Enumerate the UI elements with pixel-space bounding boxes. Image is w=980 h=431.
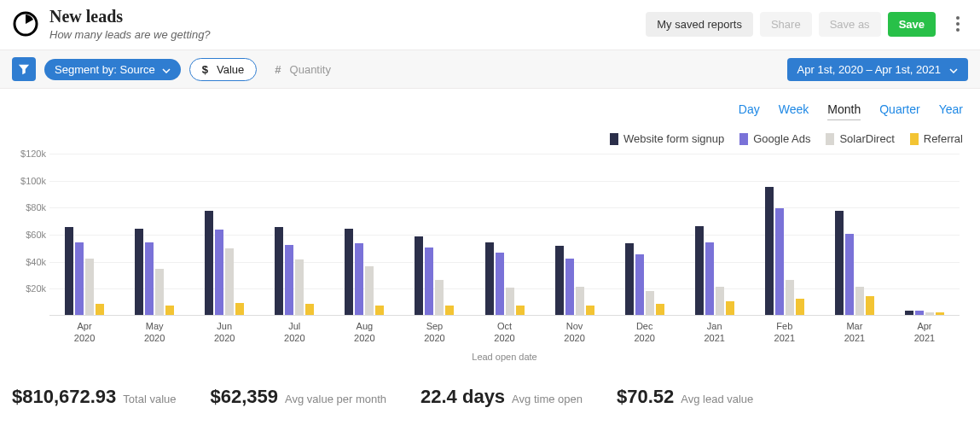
bar[interactable] (786, 280, 794, 315)
bar[interactable] (275, 227, 283, 315)
bar[interactable] (145, 242, 154, 316)
legend-item[interactable]: Google Ads (739, 132, 810, 145)
bar[interactable] (765, 187, 774, 315)
x-tick-label: Jul2020 (259, 321, 329, 345)
bar[interactable] (576, 287, 584, 315)
bar[interactable] (506, 288, 514, 315)
summary-stats: $810,672.93Total value$62,359Avg value p… (0, 377, 980, 418)
bar[interactable] (435, 280, 444, 315)
x-axis-labels: Apr2020May2020Jun2020Jul2020Aug2020Sep20… (49, 321, 960, 345)
bar[interactable] (96, 304, 104, 315)
period-week[interactable]: Week (779, 102, 809, 120)
bar[interactable] (345, 229, 353, 315)
save-as-button[interactable]: Save as (819, 12, 881, 37)
bar[interactable] (716, 287, 724, 315)
bar[interactable] (225, 248, 234, 315)
bar[interactable] (485, 242, 494, 316)
bar[interactable] (235, 303, 244, 315)
segment-by-dropdown[interactable]: Segment by: Source (44, 59, 181, 80)
legend-item[interactable]: Website form signup (610, 132, 724, 145)
bar[interactable] (165, 306, 174, 315)
bar[interactable] (355, 243, 363, 315)
bar[interactable] (635, 254, 644, 315)
y-tick-label: $100k (20, 176, 46, 186)
bar[interactable] (135, 229, 143, 315)
summary-stat: $810,672.93Total value (12, 386, 177, 408)
bar[interactable] (625, 243, 634, 315)
x-tick-label: Jan2021 (680, 321, 750, 345)
period-tabs: Day Week Month Quarter Year (12, 89, 968, 129)
bar-group (259, 154, 329, 315)
bar-group (49, 154, 119, 315)
period-month[interactable]: Month (827, 102, 861, 120)
bar[interactable] (565, 259, 574, 316)
y-tick-label: $80k (26, 202, 46, 213)
bar[interactable] (365, 266, 374, 315)
bar[interactable] (205, 211, 213, 315)
bar[interactable] (695, 226, 704, 316)
bar[interactable] (516, 306, 525, 315)
stat-value: $62,359 (211, 386, 279, 408)
bar[interactable] (705, 242, 714, 316)
bar[interactable] (65, 227, 73, 315)
value-label: Value (217, 63, 244, 76)
bar[interactable] (656, 304, 664, 315)
bar-group (890, 154, 960, 315)
x-tick-label: Nov2020 (540, 321, 610, 345)
bar-group (189, 154, 259, 315)
bar[interactable] (925, 312, 934, 315)
bar[interactable] (375, 306, 384, 315)
bar[interactable] (555, 246, 564, 315)
legend-label: Google Ads (753, 132, 810, 145)
period-day[interactable]: Day (739, 102, 760, 120)
bar[interactable] (796, 299, 804, 315)
bar[interactable] (845, 234, 854, 315)
bar[interactable] (415, 236, 423, 315)
x-tick-label: Oct2020 (469, 321, 539, 345)
bar[interactable] (586, 306, 594, 315)
period-year[interactable]: Year (939, 102, 963, 120)
my-saved-reports-button[interactable]: My saved reports (646, 12, 753, 37)
bar-group (329, 154, 399, 315)
bar[interactable] (85, 259, 94, 316)
date-range-picker[interactable]: Apr 1st, 2020 – Apr 1st, 2021 (787, 58, 968, 81)
x-axis-title: Lead open date (49, 352, 960, 362)
bar[interactable] (726, 301, 734, 315)
bar[interactable] (285, 245, 293, 315)
quantity-toggle[interactable]: # Quantity (262, 58, 344, 81)
page-subtitle: How many leads are we getting? (49, 28, 646, 41)
report-header: New leads How many leads are we getting?… (0, 0, 980, 50)
more-menu-button[interactable] (948, 16, 968, 32)
x-tick-label: Apr2020 (49, 321, 119, 345)
bar[interactable] (75, 242, 84, 316)
legend-item[interactable]: SolarDirect (826, 132, 894, 145)
bar[interactable] (215, 230, 223, 315)
share-button[interactable]: Share (760, 12, 812, 37)
bar[interactable] (155, 269, 164, 315)
bar[interactable] (305, 304, 314, 315)
bar[interactable] (775, 208, 784, 315)
bar[interactable] (866, 296, 874, 315)
period-quarter[interactable]: Quarter (879, 102, 919, 120)
bar[interactable] (915, 311, 924, 315)
bar[interactable] (855, 287, 864, 315)
legend-label: Website form signup (623, 132, 724, 145)
value-toggle[interactable]: $ Value (189, 58, 258, 81)
save-button[interactable]: Save (888, 12, 936, 37)
bar[interactable] (445, 306, 454, 315)
bar[interactable] (295, 259, 304, 315)
x-tick-label: Sep2020 (399, 321, 469, 345)
filter-button[interactable] (12, 57, 36, 81)
bar[interactable] (905, 311, 913, 315)
bar[interactable] (936, 312, 944, 315)
legend-label: Referral (924, 132, 963, 145)
legend-item[interactable]: Referral (910, 132, 963, 145)
bar[interactable] (496, 253, 504, 315)
summary-stat: $70.52Avg lead value (617, 386, 753, 408)
bar[interactable] (425, 248, 433, 315)
bar[interactable] (835, 211, 844, 315)
bar[interactable] (646, 291, 654, 316)
stat-label: Avg lead value (681, 393, 753, 405)
summary-stat: 22.4 daysAvg time open (420, 386, 583, 408)
y-axis: $120k$100k$80k$60k$40k$20k (12, 154, 49, 345)
